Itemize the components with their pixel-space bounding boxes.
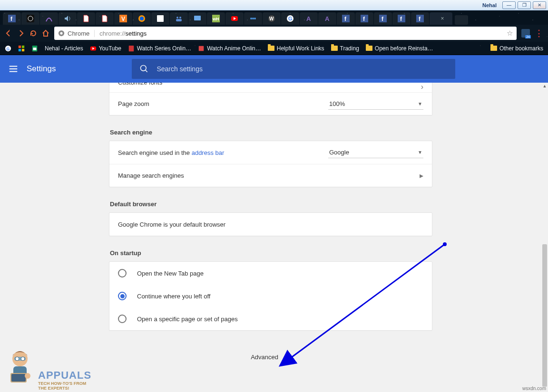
svg-rect-8 — [157, 15, 164, 22]
svg-rect-40 — [22, 45, 24, 48]
window-maximize-button[interactable]: ❐ — [518, 1, 531, 9]
default-browser-title: Default browser — [110, 201, 432, 208]
caret-down-icon: ▼ — [286, 354, 291, 360]
svg-rect-46 — [129, 45, 134, 51]
watermark-brand: APPUALS — [38, 369, 91, 382]
svg-text:W: W — [269, 16, 274, 21]
folder-icon — [490, 46, 497, 51]
search-engine-card: Search engine used in the address bar Go… — [109, 141, 432, 187]
tab-facebook-2[interactable]: f — [337, 12, 355, 25]
scrollbar-thumb[interactable] — [542, 244, 547, 387]
svg-rect-12 — [194, 16, 201, 20]
svg-text:G: G — [288, 16, 293, 21]
tab-strip: f V wH W G A A f f f f f × — [0, 10, 548, 25]
tab-pdf-1[interactable] — [77, 12, 95, 25]
settings-search[interactable] — [132, 59, 455, 79]
radio-icon — [118, 269, 127, 277]
bookmark-ms-icon[interactable] — [18, 45, 25, 52]
window-minimize-button[interactable]: — — [502, 1, 516, 9]
tab-youtube[interactable] — [225, 12, 244, 25]
bookmark-articles[interactable]: Nehal - Articles — [45, 45, 83, 52]
omnibox-chip: Chrome — [58, 30, 95, 37]
bookmark-trading[interactable]: Trading — [331, 45, 359, 52]
svg-point-10 — [179, 17, 181, 19]
advanced-toggle[interactable]: Advanced ▼ — [109, 344, 432, 380]
tab-v-orange[interactable]: V — [114, 12, 132, 25]
tab-settings-active[interactable]: × — [430, 12, 452, 25]
omnibox[interactable]: Chrome chrome://settings ☆ — [54, 27, 517, 40]
tab-purple-a-2[interactable]: A — [318, 12, 336, 25]
search-engine-title: Search engine — [110, 129, 432, 136]
startup-opt-newtab[interactable]: Open the New Tab page — [109, 262, 432, 285]
window-user: Nehal — [482, 2, 497, 8]
tab-firefox[interactable] — [133, 12, 151, 25]
home-button[interactable] — [42, 29, 49, 37]
radio-icon — [118, 315, 127, 323]
reload-button[interactable] — [29, 29, 37, 37]
bookmark-open-before[interactable]: Open before Reinsta… — [366, 45, 433, 52]
bookmark-other[interactable]: Other bookmarks — [490, 45, 543, 52]
hamburger-icon — [8, 64, 19, 74]
tab-pdf-2[interactable] — [96, 12, 114, 25]
appearance-card: Customize fonts › Page zoom 100% ▼ — [109, 83, 432, 115]
startup-card: Open the New Tab page Continue where you… — [109, 261, 432, 331]
tab-steam[interactable] — [21, 12, 39, 25]
folder-icon — [268, 46, 274, 51]
svg-point-54 — [21, 357, 25, 361]
forward-button[interactable] — [17, 29, 25, 37]
chrome-icon — [58, 30, 65, 37]
svg-point-18 — [254, 18, 256, 19]
search-engine-used-row: Search engine used in the address bar Go… — [109, 141, 432, 164]
bookmark-watch-series[interactable]: Watch Series Onlin… — [128, 45, 191, 52]
scrollbar[interactable]: ▲ — [541, 83, 548, 392]
svg-rect-41 — [19, 48, 21, 51]
startup-opt-continue[interactable]: Continue where you left off — [109, 285, 432, 307]
back-button[interactable] — [5, 29, 12, 37]
svg-rect-11 — [176, 19, 182, 21]
bookmark-sheets-icon[interactable] — [31, 45, 38, 52]
startup-opt-specific[interactable]: Open a specific page or set of pages — [109, 307, 432, 330]
settings-search-input[interactable] — [157, 65, 448, 73]
bookmark-watch-anime[interactable]: Watch Anime Onlin… — [198, 45, 261, 52]
bookmark-helpful-links[interactable]: Helpful Work Links — [268, 45, 324, 52]
tab-screen[interactable] — [188, 12, 206, 25]
tab-facebook-6[interactable]: f — [411, 12, 429, 25]
tab-facebook-5[interactable]: f — [392, 12, 411, 25]
manage-search-engines-row[interactable]: Manage search engines ▸ — [109, 164, 432, 187]
tab-audio[interactable] — [59, 12, 77, 25]
search-icon — [139, 64, 149, 74]
bookmark-google-icon[interactable]: G — [5, 45, 11, 52]
tab-purple-a[interactable]: A — [300, 12, 318, 25]
svg-point-7 — [140, 17, 144, 20]
tab-blue-dots[interactable] — [244, 12, 262, 25]
menu-button[interactable] — [0, 64, 27, 74]
new-tab-button[interactable] — [455, 15, 468, 25]
extension-calendar-icon[interactable] — [521, 29, 530, 38]
bookmark-youtube[interactable]: YouTube — [90, 45, 121, 52]
tab-google[interactable]: G — [281, 12, 299, 25]
page-zoom-select[interactable]: 100% ▼ — [328, 98, 423, 110]
tab-white-box[interactable] — [151, 12, 169, 25]
window-close-button[interactable]: ✕ — [533, 1, 546, 9]
tab-wikihow[interactable]: wH — [207, 12, 225, 25]
svg-text:G: G — [7, 46, 10, 51]
tab-people[interactable] — [170, 12, 188, 25]
startup-title: On startup — [110, 249, 432, 257]
svg-point-48 — [141, 66, 147, 71]
customize-fonts-row[interactable]: Customize fonts › — [109, 83, 432, 92]
radio-checked-icon — [118, 292, 127, 300]
tab-wordpress[interactable]: W — [263, 12, 281, 25]
tab-facebook-4[interactable]: f — [374, 12, 392, 25]
chevron-right-icon: ▸ — [420, 171, 423, 180]
address-bar-link[interactable]: address bar — [192, 149, 225, 156]
tab-close-icon[interactable]: × — [440, 15, 444, 22]
scrollbar-up-icon[interactable]: ▲ — [541, 83, 548, 89]
search-engine-select[interactable]: Google ▼ — [328, 147, 423, 158]
tab-facebook[interactable]: f — [3, 12, 21, 25]
browser-toolbar: Chrome chrome://settings ☆ ⋮ — [0, 25, 548, 42]
bookmark-star-icon[interactable]: ☆ — [507, 29, 513, 38]
page-zoom-label: Page zoom — [118, 100, 328, 107]
tab-facebook-3[interactable]: f — [355, 12, 373, 25]
chrome-menu-button[interactable]: ⋮ — [535, 28, 543, 38]
tab-generic-purple[interactable] — [40, 12, 58, 25]
